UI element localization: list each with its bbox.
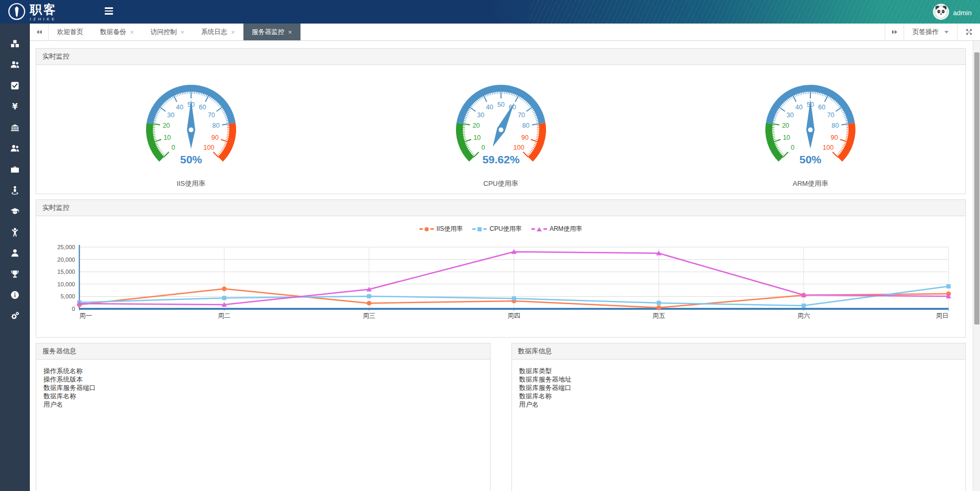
svg-text:40: 40 bbox=[486, 104, 493, 111]
gauge-dial-0: 010203040506070809010050% bbox=[129, 71, 253, 176]
svg-text:60: 60 bbox=[199, 104, 206, 111]
svg-text:20,000: 20,000 bbox=[58, 256, 75, 263]
tab-scroll-left-button[interactable] bbox=[30, 24, 49, 40]
scrollbar-thumb[interactable] bbox=[974, 52, 979, 325]
info-row: 数据库名称 bbox=[519, 392, 959, 400]
svg-text:80: 80 bbox=[832, 122, 839, 129]
sidebar-item-users-5[interactable] bbox=[0, 138, 30, 159]
line-chart-panel: 实时监控 IIS使用率CPU使用率ARM使用率 05,00010,00015,0… bbox=[36, 199, 966, 338]
tab-actions-dropdown[interactable]: 页签操作 bbox=[904, 24, 957, 40]
legend-triangle-marker bbox=[537, 227, 542, 231]
info-row: 操作系统版本 bbox=[43, 375, 483, 384]
svg-text:100: 100 bbox=[513, 144, 524, 151]
svg-text:60: 60 bbox=[818, 104, 826, 111]
tab-close-icon[interactable]: × bbox=[181, 29, 185, 36]
legend-label: CPU使用率 bbox=[489, 225, 521, 233]
svg-text:10: 10 bbox=[783, 134, 790, 141]
server-info-panel: 服务器信息 操作系统名称操作系统版本数据库服务器端口数据库名称用户名 bbox=[36, 343, 491, 491]
graduation-cap-icon bbox=[10, 206, 20, 216]
svg-text:40: 40 bbox=[176, 104, 183, 111]
tabbar-right-controls: 页签操作 bbox=[885, 24, 980, 40]
street-view-icon bbox=[10, 185, 20, 195]
svg-text:周六: 周六 bbox=[797, 312, 810, 319]
sidebar-item-info-12[interactable] bbox=[0, 284, 30, 305]
tab-actions-label: 页签操作 bbox=[912, 28, 939, 37]
vertical-scrollbar[interactable] bbox=[973, 41, 980, 491]
legend-item-CPU使用率[interactable]: CPU使用率 bbox=[472, 225, 521, 233]
sidebar-item-users-1[interactable] bbox=[0, 54, 30, 75]
svg-text:周一: 周一 bbox=[80, 312, 92, 319]
legend-dash bbox=[419, 228, 423, 230]
sidebar-item-user-10[interactable] bbox=[0, 242, 30, 263]
svg-text:30: 30 bbox=[786, 111, 794, 119]
top-navbar: 职客 IZHIKE admin bbox=[0, 0, 980, 24]
svg-text:50%: 50% bbox=[180, 153, 202, 165]
gauge-panel: 实时监控 010203040506070809010050%IIS使用率0102… bbox=[36, 48, 966, 194]
tab-0[interactable]: 欢迎首页 bbox=[49, 24, 92, 40]
brand-subtitle: IZHIKE bbox=[30, 17, 57, 21]
tab-close-icon[interactable]: × bbox=[130, 29, 134, 36]
svg-text:70: 70 bbox=[827, 111, 834, 119]
tab-4[interactable]: 服务器监控× bbox=[243, 24, 300, 40]
user-menu[interactable]: admin bbox=[933, 4, 972, 21]
sidebar-item-gears-13[interactable] bbox=[0, 305, 30, 326]
navbar-decor-stripes bbox=[529, 0, 980, 24]
server-info-body: 操作系统名称操作系统版本数据库服务器端口数据库名称用户名 bbox=[36, 360, 490, 416]
tab-label: 系统日志 bbox=[201, 28, 227, 37]
tab-3[interactable]: 系统日志× bbox=[193, 24, 243, 40]
svg-text:10: 10 bbox=[473, 134, 481, 141]
tab-close-icon[interactable]: × bbox=[288, 29, 292, 36]
gauge-caption-1: CPU使用率 bbox=[483, 179, 518, 188]
svg-text:90: 90 bbox=[831, 134, 838, 141]
svg-text:周五: 周五 bbox=[652, 312, 665, 319]
legend-item-ARM使用率[interactable]: ARM使用率 bbox=[531, 225, 583, 233]
sidebar-item-cubes-0[interactable] bbox=[0, 33, 30, 54]
main-content: 实时监控 010203040506070809010050%IIS使用率0102… bbox=[30, 41, 973, 491]
legend-circle-marker bbox=[425, 227, 429, 231]
sidebar-item-yen-3[interactable]: ¥ bbox=[0, 96, 30, 117]
gauge-dial-1: 010203040506070809010059.62% bbox=[439, 71, 563, 176]
briefcase-icon bbox=[10, 164, 20, 174]
svg-text:¥: ¥ bbox=[12, 102, 18, 111]
caret-down-icon bbox=[944, 31, 949, 34]
svg-text:40: 40 bbox=[795, 104, 803, 111]
legend-square-marker bbox=[477, 227, 482, 231]
legend-label: ARM使用率 bbox=[550, 225, 583, 233]
svg-text:周三: 周三 bbox=[363, 312, 375, 319]
sidebar-item-briefcase-6[interactable] bbox=[0, 159, 30, 180]
hamburger-menu-icon[interactable] bbox=[105, 7, 115, 16]
sidebar-item-child-9[interactable] bbox=[0, 221, 30, 242]
svg-text:70: 70 bbox=[208, 111, 215, 119]
info-row: 用户名 bbox=[43, 400, 483, 409]
sidebar-item-street-view-7[interactable] bbox=[0, 180, 30, 200]
svg-text:90: 90 bbox=[521, 134, 528, 141]
tab-scroll-right-button[interactable] bbox=[885, 24, 904, 40]
database-info-title: 数据库信息 bbox=[512, 343, 966, 360]
tab-bar: 欢迎首页数据备份×访问控制×系统日志×服务器监控× 页签操作 bbox=[30, 24, 980, 41]
svg-text:30: 30 bbox=[167, 111, 174, 119]
info-row: 数据库名称 bbox=[43, 392, 483, 400]
tab-close-icon[interactable]: × bbox=[231, 29, 235, 36]
sidebar-item-check-square-2[interactable] bbox=[0, 75, 30, 96]
legend-dash bbox=[430, 228, 434, 230]
chart-body: IIS使用率CPU使用率ARM使用率 05,00010,00015,00020,… bbox=[36, 216, 965, 337]
tab-2[interactable]: 访问控制× bbox=[142, 24, 193, 40]
child-icon bbox=[10, 227, 20, 237]
gauge-2: 010203040506070809010050%ARM使用率 bbox=[655, 71, 965, 188]
info-row: 数据库服务器地址 bbox=[519, 375, 959, 384]
username-label: admin bbox=[953, 9, 972, 17]
database-info-panel: 数据库信息 数据库类型数据库服务器地址数据库服务器端口数据库名称用户名 bbox=[511, 343, 966, 491]
fullscreen-button[interactable] bbox=[957, 24, 980, 40]
sidebar-item-bank-4[interactable] bbox=[0, 117, 30, 138]
svg-text:周二: 周二 bbox=[218, 312, 230, 319]
legend-item-IIS使用率[interactable]: IIS使用率 bbox=[419, 225, 463, 233]
gauge-caption-0: IIS使用率 bbox=[176, 179, 205, 188]
sidebar-item-graduation-cap-8[interactable] bbox=[0, 200, 30, 221]
brand-logo[interactable]: 职客 IZHIKE bbox=[7, 2, 57, 23]
info-icon bbox=[10, 290, 20, 300]
info-row: 数据库类型 bbox=[519, 367, 959, 375]
svg-text:59.62%: 59.62% bbox=[482, 153, 520, 165]
sidebar-item-trophy-11[interactable] bbox=[0, 263, 30, 284]
tab-1[interactable]: 数据备份× bbox=[92, 24, 142, 40]
gauge-panel-title: 实时监控 bbox=[36, 49, 965, 65]
